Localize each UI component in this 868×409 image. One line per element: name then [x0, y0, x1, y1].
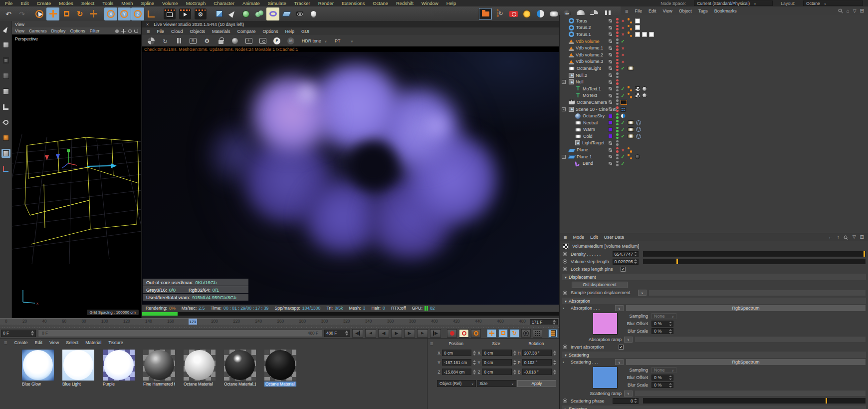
menubar-item[interactable]: Render [318, 0, 334, 6]
instance-button[interactable] [253, 7, 266, 20]
home-icon[interactable] [847, 8, 850, 13]
material-preview[interactable] [143, 350, 175, 381]
material-picker-button[interactable] [230, 36, 239, 45]
attribute-menu-item[interactable]: User Data [604, 235, 624, 240]
invert-absorption-checkbox[interactable] [619, 345, 624, 350]
light-tag-icon[interactable] [628, 66, 634, 70]
move-tool-button[interactable] [46, 7, 59, 20]
link-chevron-icon[interactable] [638, 290, 647, 296]
keyframe-selection-button[interactable] [459, 329, 469, 338]
menubar-item[interactable]: File [5, 0, 12, 6]
material-name[interactable]: Purple [103, 382, 135, 387]
menubar-item[interactable]: Animate [242, 0, 260, 6]
object-row[interactable]: Vdb volume.3 [560, 58, 868, 65]
blur-scale-field[interactable]: 0 % [651, 382, 673, 388]
animate-dot-icon[interactable] [563, 399, 567, 403]
render-picture-viewer-button[interactable] [178, 7, 193, 20]
object-manager-menu-item[interactable]: Tags [698, 8, 708, 13]
stepper-icon[interactable] [552, 320, 556, 325]
render-view[interactable]: Out-of-core used/max:0Kb/16Gb Grey8/16:0… [142, 52, 559, 305]
menubar-item[interactable]: Create [37, 0, 51, 6]
apply-button[interactable]: Apply [517, 380, 556, 387]
close-icon[interactable]: × [146, 22, 149, 27]
menubar-item[interactable]: Redshift [396, 0, 414, 6]
object-manager-menu-item[interactable]: View [662, 8, 672, 13]
undo-button[interactable] [2, 7, 15, 20]
attribute-menu-item[interactable]: Mode [573, 235, 584, 240]
select-tool-button[interactable] [33, 7, 46, 20]
live-viewer-menu-item[interactable]: Objects [190, 29, 205, 34]
visibility-dots-icon[interactable] [616, 18, 619, 23]
hamburger-icon[interactable] [147, 28, 150, 34]
rotate-tool-button[interactable] [73, 7, 86, 20]
hdr-tone-dropdown[interactable]: HDR tone [300, 38, 328, 43]
coordinate-system-button[interactable] [145, 7, 158, 20]
blur-scale-field[interactable]: 0 % [651, 328, 673, 334]
psr-reset-button[interactable]: PSR [493, 7, 506, 20]
object-row-selected[interactable]: Vdb volume [560, 38, 868, 45]
workplane-mode-button[interactable] [1, 102, 10, 111]
material-name[interactable]: Blue Light [62, 382, 94, 387]
octane-camera-tag-icon[interactable] [621, 100, 627, 105]
live-viewer-menu-item[interactable]: Materials [212, 29, 230, 34]
search-icon[interactable] [844, 235, 849, 240]
sphere-tool-button[interactable] [1, 133, 10, 142]
viewport-menu-item[interactable]: Display [51, 28, 66, 33]
z-axis-lock-button[interactable]: Z [131, 7, 144, 20]
live-viewer-menu-item[interactable]: Cloud [171, 29, 183, 34]
scattering-spectrum-bar[interactable]: RgbSpectrum [626, 359, 866, 365]
texture-mode-button[interactable] [1, 149, 10, 158]
hamburger-icon[interactable] [4, 340, 7, 346]
rotation-h-field[interactable]: 207.38 ° [522, 350, 552, 356]
material-preview[interactable] [264, 350, 296, 381]
previous-key-button[interactable] [365, 329, 376, 338]
object-row[interactable]: Plane.1 [560, 153, 868, 160]
zoom-view-icon[interactable] [128, 29, 132, 33]
collapse-icon[interactable] [562, 155, 566, 159]
kernel-dropdown[interactable]: PT [333, 38, 355, 43]
layer-color-icon[interactable] [608, 114, 613, 118]
add-panel-icon[interactable] [860, 8, 864, 13]
menubar-item[interactable]: Octane [373, 0, 388, 6]
menubar-item[interactable]: MoGraph [186, 0, 206, 6]
animate-dot-icon[interactable] [563, 345, 567, 349]
live-viewer-menu-item[interactable]: Help [285, 29, 295, 34]
link-chevron-icon[interactable] [624, 337, 633, 343]
environment-tag-icon[interactable] [621, 113, 626, 118]
stepper-icon[interactable] [513, 351, 516, 356]
key-parameter-button[interactable] [521, 329, 531, 338]
lathe-button[interactable] [266, 7, 279, 20]
slider-pin-icon[interactable] [864, 251, 865, 257]
coord-mode-dropdown[interactable]: Object (Rel) [437, 380, 476, 387]
layout-dropdown[interactable]: Octane [803, 0, 863, 6]
render-settings-button[interactable] [193, 7, 208, 20]
pen-tool-button[interactable] [226, 7, 239, 20]
goto-start-button[interactable] [352, 329, 363, 338]
sampling-dropdown[interactable]: None [651, 367, 676, 373]
axis-mode-button[interactable] [1, 164, 10, 173]
pan-view-icon[interactable] [121, 29, 126, 33]
range-end-field[interactable]: 480 F [324, 330, 350, 337]
x-axis-lock-button[interactable]: X [104, 7, 117, 20]
absorption-spectrum-bar[interactable]: RgbSpectrum [626, 305, 866, 311]
menubar-item[interactable]: Volume [162, 0, 178, 6]
emission-section[interactable]: Emission [562, 406, 866, 409]
scattering-section[interactable]: Scattering [562, 352, 866, 358]
model-mode-button[interactable] [1, 40, 10, 49]
next-frame-button[interactable] [404, 329, 415, 338]
live-viewer-titlebar[interactable]: × Live Viewer Studio 2020.1.5-R4 (10 day… [142, 21, 559, 27]
material-preview[interactable] [184, 350, 216, 381]
object-row[interactable]: LightTarget [560, 140, 868, 147]
material-name[interactable]: Octane Material [184, 382, 216, 387]
viewport-menu-item[interactable]: Options [70, 28, 85, 33]
up-icon[interactable]: ↑ [837, 234, 840, 240]
menubar-item[interactable]: Help [446, 0, 456, 6]
menubar-item[interactable]: Simulate [268, 0, 286, 6]
stepper-icon[interactable] [345, 331, 348, 336]
pen-mode-button[interactable] [1, 25, 10, 34]
scattering-ramp-field[interactable] [635, 391, 866, 396]
autokey-button[interactable] [471, 329, 481, 338]
stepper-icon[interactable] [513, 360, 516, 365]
object-row[interactable]: Plane [560, 146, 868, 153]
key-scale-button[interactable] [498, 329, 508, 338]
